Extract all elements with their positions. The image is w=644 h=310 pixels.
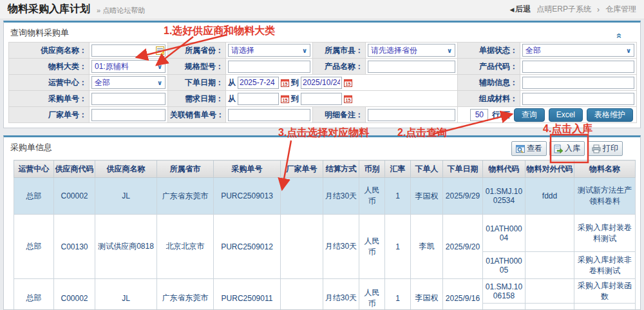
table-cell[interactable] [526,252,574,279]
table-cell[interactable]: 采购入库封装函数 [574,279,636,304]
related-sales-no-input[interactable] [228,109,310,121]
column-header[interactable]: 采购单号 [214,160,281,178]
breadcrumb-system[interactable]: 点晴ERP子系统 [536,4,591,15]
table-cell[interactable]: 测试新方法生产领料卷料 [574,178,636,215]
table-cell[interactable]: PURC2509013 [214,178,281,215]
product-code-input[interactable] [522,61,634,73]
table-cell[interactable]: 总部 [14,215,54,279]
table-cell[interactable]: 广东省东莞市 [157,178,214,215]
table-cell[interactable]: 2025/9/16 [443,279,483,310]
breadcrumb-module[interactable]: 仓库管理 [605,4,636,15]
inbound-button[interactable]: 入库 [549,141,585,156]
table-cell[interactable]: 人民币 [359,178,385,215]
table-cell[interactable]: 李国权 [411,178,443,215]
column-header[interactable]: 物料代码 [483,160,526,178]
back-button[interactable]: ◀ 后退 [509,4,531,15]
table-cell[interactable] [526,215,574,252]
column-header[interactable]: 结算方式 [323,160,359,178]
table-cell[interactable]: JL [95,279,157,310]
supplier-picker-icon[interactable] [156,46,164,55]
table-cell[interactable]: PURC2509011 [214,279,281,310]
table-cell[interactable]: 月结30天 [323,279,359,310]
table-cell[interactable]: 人民币 [359,215,385,279]
table-cell[interactable]: 测试供应商0818 [95,215,157,279]
calendar-icon[interactable]: 15 [344,79,352,87]
table-cell[interactable] [281,279,323,310]
order-date-to-input[interactable] [301,77,342,89]
table-cell[interactable] [281,178,323,215]
view-button[interactable]: 查看 [511,141,547,156]
table-cell[interactable]: 月结30天 [323,178,359,215]
table-row[interactable]: 总部C00002JL广东省东莞市PURC2509011月结30天人民币1李国权2… [14,279,636,304]
column-header[interactable]: 汇率 [385,160,411,178]
forum-help-link[interactable]: » 点晴论坛帮助 [97,6,145,15]
table-cell[interactable] [281,215,323,279]
column-header[interactable]: 下单日期 [443,160,483,178]
table-cell[interactable] [483,304,526,310]
table-cell[interactable]: 月结30天 [323,215,359,279]
excel-button[interactable]: Excel [549,108,583,122]
component-material-input[interactable] [522,93,634,105]
detail-remark-input[interactable] [368,109,455,121]
order-date-from-input[interactable] [238,77,279,89]
table-cell[interactable]: C00002 [54,178,95,215]
table-cell[interactable]: 总部 [14,178,54,215]
table-cell[interactable] [574,304,636,310]
table-cell[interactable] [526,304,574,310]
table-cell[interactable]: 1 [385,279,411,310]
factory-no-input[interactable] [91,109,166,121]
table-cell[interactable]: 01.SMJ.1002534 [483,178,526,215]
table-cell[interactable]: 2025/9/29 [443,178,483,215]
table-cell[interactable]: 01.SMJ.1006158 [483,279,526,304]
column-header[interactable]: 厂家单号 [281,160,323,178]
column-header[interactable]: 物料名称 [574,160,636,178]
calendar-icon[interactable]: 15 [281,95,289,103]
table-cell[interactable]: 李国权 [411,279,443,310]
table-cell[interactable]: 01ATH00005 [483,252,526,279]
table-cell[interactable] [526,279,574,304]
table-cell[interactable]: 采购入库封装卷料测试 [574,215,636,252]
table-row[interactable]: 总部C00002JL广东省东莞市PURC2509013月结30天人民币1李国权2… [14,178,636,215]
operation-center-select[interactable]: 全部 [91,76,166,89]
city-select[interactable]: 请先选择省份 [368,44,455,57]
table-cell[interactable]: PURC2509012 [214,215,281,279]
table-cell[interactable]: 1 [385,215,411,279]
print-button[interactable]: 打印 [587,141,623,156]
column-header[interactable]: 币别 [359,160,385,178]
table-cell[interactable]: 总部 [14,279,54,310]
table-cell[interactable]: 2025/9/20 [443,215,483,279]
table-cell[interactable]: 李凯 [411,215,443,279]
spec-model-input[interactable] [228,61,310,73]
product-name-input[interactable] [368,61,455,73]
demand-date-to-input[interactable] [301,93,342,105]
table-cell[interactable]: C00002 [54,279,95,310]
province-select[interactable]: 请选择 [228,44,310,57]
doc-status-select[interactable]: 全部 [522,44,634,57]
aux-info-input[interactable] [522,77,634,89]
supplier-name-input[interactable] [91,44,166,57]
table-cell[interactable]: 北京北京市 [157,215,214,279]
table-cell[interactable]: JL [95,178,157,215]
demand-date-from-input[interactable] [238,93,279,105]
column-header[interactable]: 物料对外代码 [526,160,574,178]
calendar-icon[interactable]: 15 [281,79,289,87]
calendar-icon[interactable]: 15 [344,95,352,103]
table-cell[interactable]: 人民币 [359,279,385,310]
rows-per-page-input[interactable] [470,109,488,121]
table-cell[interactable]: 1 [385,178,411,215]
column-header[interactable]: 供应商名称 [95,160,157,178]
query-button[interactable]: 查询 [514,108,545,122]
table-maintain-button[interactable]: 表格维护 [587,108,633,122]
table-cell[interactable]: fddd [526,178,574,215]
table-cell[interactable]: C00130 [54,215,95,279]
purchase-no-input[interactable] [91,93,166,105]
collapse-panel-icon[interactable]: « [614,33,625,38]
table-row[interactable]: 总部C00130测试供应商0818北京北京市PURC2509012月结30天人民… [14,215,636,252]
column-header[interactable]: 所属省市 [157,160,214,178]
table-cell[interactable]: 01ATH00004 [483,215,526,252]
material-category-select[interactable]: 01:原辅料 [91,60,166,73]
column-header[interactable]: 下单人 [411,160,443,178]
table-cell[interactable]: 广东省东莞市 [157,279,214,310]
column-header[interactable]: 运营中心 [14,160,54,178]
table-cell[interactable]: 采购入库封装非卷料测试 [574,252,636,279]
